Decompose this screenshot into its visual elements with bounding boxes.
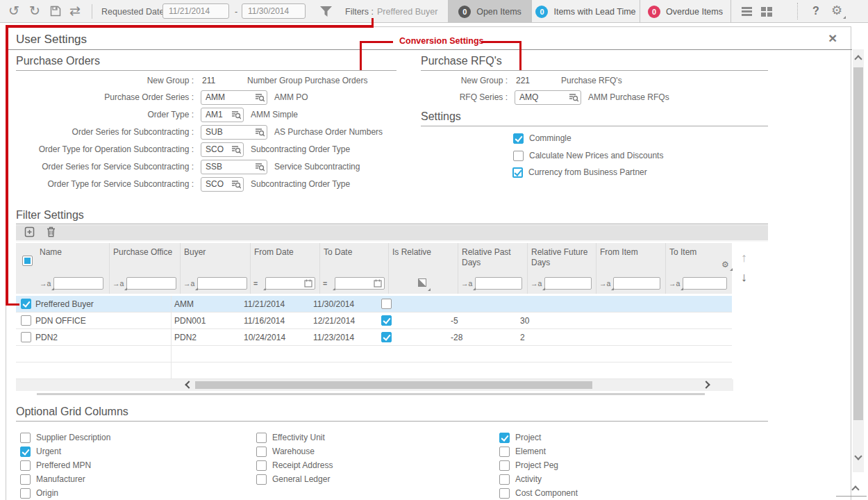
scroll-down-icon[interactable] [854,452,862,460]
requested-date-from-input[interactable] [162,3,229,19]
cell-is-relative-checkbox[interactable] [381,332,392,342]
from-item-filter-input[interactable] [613,277,660,290]
delete-record-icon[interactable] [46,226,56,240]
activity-checkbox[interactable] [499,474,510,485]
requested-date-to-input[interactable] [242,3,306,19]
purchase-office-filter-input[interactable] [126,277,176,290]
receipt-address-checkbox[interactable] [256,460,267,471]
table-row[interactable]: PDN OFFICE PDN001 11/16/2014 12/21/2014 … [16,312,732,329]
to-item-filter-input[interactable] [683,277,727,290]
currency-bp-checkbox[interactable] [512,167,523,178]
annotation-line [360,41,393,43]
lead-time-count-badge: 0 [535,6,548,18]
scroll-right-icon[interactable] [702,381,710,388]
row-select-checkbox[interactable] [21,299,31,309]
new-group-value: 211 [202,76,247,85]
commingle-checkbox[interactable] [513,133,524,144]
starts-with-filter-icon[interactable]: →a [669,278,680,289]
calc-prices-checkbox[interactable] [513,151,524,161]
op-sub-type-label: Order Type for Operation Subcontracting … [16,144,194,154]
settings-gear-icon[interactable]: ⚙ [831,4,842,17]
move-down-icon[interactable]: ↓ [741,270,747,285]
relative-future-filter-input[interactable] [544,277,592,290]
column-header-relative-future-days[interactable]: Relative Future Days →a [528,243,596,294]
column-header-from-date[interactable]: From Date = [251,243,320,294]
order-type-label: Order Type : [16,110,194,119]
calendar-icon[interactable] [304,279,312,290]
calendar-icon[interactable] [374,279,382,290]
project-checkbox[interactable] [499,433,510,443]
relative-past-filter-input[interactable] [475,277,522,290]
preffered-mpn-checkbox[interactable] [20,460,31,471]
close-icon[interactable]: × [828,30,837,47]
add-record-icon[interactable] [24,226,35,240]
row-select-checkbox[interactable] [21,315,31,326]
equals-filter-icon[interactable]: = [253,278,262,289]
starts-with-filter-icon[interactable]: →a [183,278,194,289]
row-select-checkbox[interactable] [21,332,31,342]
column-header-purchase-office[interactable]: Purchase Office →a [110,243,181,294]
grid-view-icon[interactable] [761,7,772,17]
lookup-icon[interactable] [255,93,265,104]
move-up-icon[interactable]: ↑ [741,251,747,265]
lookup-icon[interactable] [255,162,265,174]
horizontal-scrollbar[interactable] [16,379,733,391]
equals-filter-icon[interactable]: = [323,278,332,289]
cost-component-checkbox[interactable] [499,488,510,499]
manufacturer-checkbox[interactable] [20,474,31,485]
filter-funnel-icon[interactable] [320,6,332,19]
vertical-scrollbar[interactable] [853,49,864,472]
cell-relative-future: 2 [520,333,525,342]
chip-items-with-lead-time[interactable]: 0 Items with Lead Time [531,0,640,23]
table-row[interactable]: Preffered Buyer AMM 11/21/2014 11/30/201… [16,296,732,312]
column-header-is-relative[interactable]: Is Relative [389,243,458,294]
chip-overdue-items[interactable]: 0 Overdue Items [640,0,731,23]
supplier-description-checkbox[interactable] [20,433,31,443]
column-header-to-date[interactable]: To Date = [320,243,389,294]
chip-open-items[interactable]: 0 Open Items [448,0,531,23]
scroll-left-icon[interactable] [185,381,192,388]
optional-col-row: Project Peg [499,460,558,471]
collapse-up-icon[interactable] [851,485,859,493]
vertical-scrollbar-thumb[interactable] [853,67,863,420]
transfer-icon[interactable]: ⇄ [69,4,81,17]
list-view-icon[interactable] [742,7,752,17]
cell-is-relative-checkbox[interactable] [381,315,392,326]
save-icon[interactable] [50,6,61,19]
table-row[interactable]: PDN2 PDN2 10/24/2014 11/23/2014 -28 2 [16,329,732,346]
horizontal-scrollbar-thumb[interactable] [195,381,592,389]
element-checkbox[interactable] [499,447,510,457]
warehouse-checkbox[interactable] [256,447,267,457]
rfq-new-group-label: New Group : [369,76,508,85]
tristate-filter-icon[interactable] [418,278,427,290]
starts-with-filter-icon[interactable]: →a [461,278,472,289]
starts-with-filter-icon[interactable]: →a [112,278,124,289]
starts-with-filter-icon[interactable]: →a [599,278,610,289]
name-filter-input[interactable] [53,277,103,290]
cell-is-relative-checkbox[interactable] [381,299,392,309]
lookup-icon[interactable] [569,93,578,104]
svc-sub-type-row: Order Type for Service Subcontracting : … [16,176,350,192]
lookup-icon[interactable] [255,128,265,139]
lookup-icon[interactable] [231,110,241,122]
column-header-name[interactable]: Name →a [28,243,110,294]
urgent-checkbox[interactable] [20,447,31,457]
lookup-icon[interactable] [231,180,241,191]
general-ledger-checkbox[interactable] [256,474,267,485]
column-header-from-item[interactable]: From Item →a [596,243,666,294]
project-peg-checkbox[interactable] [499,460,510,471]
help-icon[interactable]: ? [812,5,819,17]
starts-with-filter-icon[interactable]: →a [531,278,542,289]
undo-icon[interactable]: ↺ [8,4,19,17]
lookup-icon[interactable] [231,145,241,156]
effectivity-unit-checkbox[interactable] [256,433,267,443]
filters-value[interactable]: Preffered Buyer [377,7,437,17]
scroll-up-icon[interactable] [854,55,862,62]
column-header-relative-past-days[interactable]: Relative Past Days →a [458,243,528,294]
buyer-filter-input[interactable] [197,277,247,290]
origin-checkbox[interactable] [20,488,31,499]
starts-with-filter-icon[interactable]: →a [40,278,51,289]
grid-settings-gear-icon[interactable]: ⚙ [721,260,729,269]
redo-icon[interactable]: ↻ [29,4,40,17]
column-header-buyer[interactable]: Buyer →a [181,243,251,294]
